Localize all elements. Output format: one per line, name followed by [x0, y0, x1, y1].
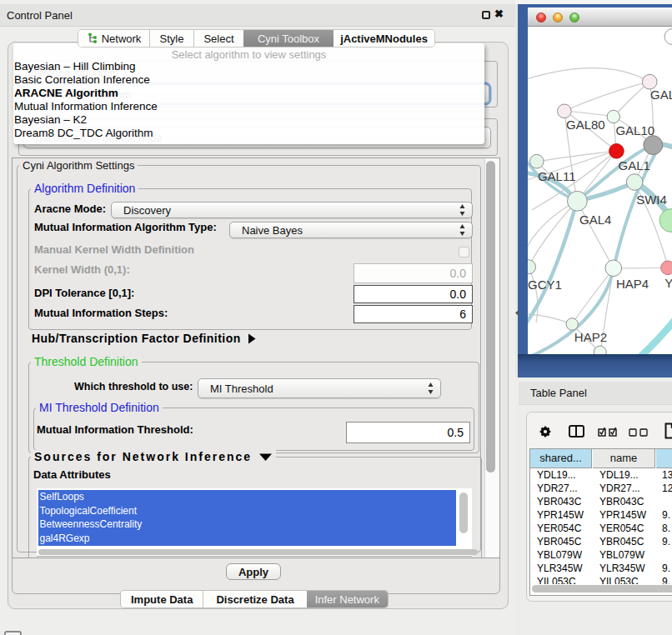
- svg-text:GAL: GAL: [650, 88, 672, 102]
- svg-text:GAL80: GAL80: [566, 118, 605, 132]
- svg-text:GCY1: GCY1: [528, 278, 562, 292]
- svg-text:HAP4: HAP4: [616, 277, 649, 291]
- svg-text:HAP2: HAP2: [574, 330, 607, 344]
- svg-text:Y: Y: [664, 276, 672, 290]
- svg-text:GAL1: GAL1: [619, 158, 650, 172]
- svg-text:SWI4: SWI4: [636, 192, 667, 207]
- svg-text:GAL4: GAL4: [579, 212, 611, 227]
- svg-text:GAL10: GAL10: [615, 123, 654, 138]
- svg-text:GAL11: GAL11: [538, 169, 576, 183]
